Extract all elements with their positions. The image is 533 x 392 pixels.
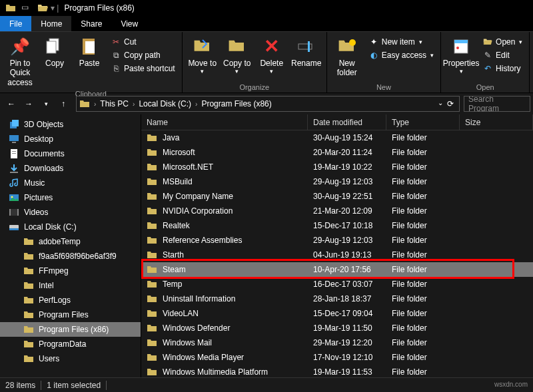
tree-label: Downloads: [24, 164, 63, 173]
svg-rect-16: [12, 153, 16, 154]
col-type[interactable]: Type: [386, 114, 460, 130]
file-row[interactable]: Windows Multimedia Platform19-Mar-19 11:…: [141, 365, 533, 377]
crumb-thispc[interactable]: This PC: [97, 97, 131, 111]
file-row[interactable]: Windows Mail29-Mar-19 12:20File folder: [141, 335, 533, 350]
delete-icon: ✕: [261, 36, 282, 57]
file-row[interactable]: Uninstall Information28-Jan-18 18:37File…: [141, 292, 533, 306]
tree-item[interactable]: Local Disk (C:): [0, 220, 141, 234]
tree-item[interactable]: Desktop: [0, 132, 141, 146]
copypath-button[interactable]: ⧉Copy path: [109, 49, 177, 61]
delete-button[interactable]: ✕Delete▾: [255, 35, 289, 77]
file-row[interactable]: My Company Name30-Aug-19 22:51File folde…: [141, 189, 533, 204]
chevron-right-icon[interactable]: ›: [93, 100, 97, 108]
newitem-button[interactable]: ✦New item▾: [367, 36, 435, 48]
col-date[interactable]: Date modified: [308, 114, 386, 130]
copy-button[interactable]: Copy: [37, 35, 72, 69]
file-row[interactable]: VideoLAN15-Dec-17 09:04File folder: [141, 306, 533, 321]
tree-item[interactable]: adobeTemp: [0, 234, 141, 249]
search-input[interactable]: Search Program: [464, 96, 530, 112]
pasteshort-button[interactable]: ⎘Paste shortcut: [109, 63, 177, 75]
tree-item[interactable]: Downloads: [0, 161, 141, 176]
file-row[interactable]: Microsoft20-Mar-20 11:24File folder: [141, 145, 533, 160]
file-row[interactable]: MSBuild29-Aug-19 12:03File folder: [141, 174, 533, 189]
folder-icon: [23, 353, 35, 364]
nav-up[interactable]: ↑: [57, 98, 69, 110]
nav-back[interactable]: ←: [5, 98, 17, 110]
scissors-icon: ✂: [111, 37, 121, 47]
tree-label: Desktop: [24, 134, 53, 144]
file-type: File folder: [386, 162, 460, 172]
edit-button[interactable]: ✎Edit: [481, 49, 524, 61]
tree-item[interactable]: Pictures: [0, 190, 141, 205]
tree-label: Documents: [24, 149, 65, 158]
tree-item[interactable]: Program Files (x86): [0, 322, 141, 337]
copypath-icon: ⧉: [111, 50, 121, 61]
file-name: Temp: [163, 280, 182, 289]
file-date: 29-Mar-19 12:20: [308, 338, 386, 347]
tree-item[interactable]: Videos: [0, 205, 141, 220]
tree-label: f9aa5f698f96be6af3f9: [39, 252, 117, 261]
file-type: File folder: [386, 148, 460, 157]
chevron-right-icon[interactable]: ›: [131, 100, 136, 108]
file-row[interactable]: Starth04-Jun-19 19:13File folder: [141, 248, 533, 262]
tab-share[interactable]: Share: [71, 16, 111, 31]
moveto-button[interactable]: Move to▾: [185, 35, 220, 77]
paste-button[interactable]: Paste: [72, 35, 107, 69]
file-date: 30-Aug-19 15:24: [308, 133, 386, 142]
tree-item[interactable]: FFmpeg: [0, 264, 141, 278]
file-row[interactable]: Windows Defender19-Mar-19 11:50File fold…: [141, 321, 533, 335]
easyaccess-button[interactable]: ◐Easy access▾: [367, 49, 435, 61]
tab-view[interactable]: View: [111, 16, 147, 31]
tree-item[interactable]: Music: [0, 176, 141, 190]
address-bar[interactable]: › This PC › Local Disk (C:) › Program Fi…: [76, 96, 460, 112]
file-row[interactable]: Java30-Aug-19 15:24File folder: [141, 130, 533, 145]
file-row[interactable]: NVIDIA Corporation21-Mar-20 12:09File fo…: [141, 204, 533, 218]
col-size[interactable]: Size: [460, 114, 533, 130]
file-date: 21-Mar-20 12:09: [308, 206, 386, 216]
svg-rect-15: [12, 151, 16, 152]
properties-button[interactable]: Properties▾: [444, 35, 478, 77]
nav-recent[interactable]: ▾: [40, 98, 52, 110]
file-row[interactable]: Temp16-Dec-17 03:07File folder: [141, 277, 533, 292]
copyto-button[interactable]: Copy to▾: [220, 35, 255, 77]
pin-button[interactable]: 📌Pin to Quick access: [3, 35, 37, 89]
qat-props-icon[interactable]: ▭: [21, 3, 32, 13]
tree-item[interactable]: PerfLogs: [0, 293, 141, 307]
tree-item[interactable]: ProgramData: [0, 337, 141, 351]
tree-item[interactable]: Documents: [0, 146, 141, 161]
crumb-c[interactable]: Local Disk (C:): [136, 97, 194, 111]
crumb-current[interactable]: Program Files (x86): [199, 97, 274, 111]
col-name[interactable]: Name: [141, 114, 308, 130]
pin-icon: 📌: [9, 36, 31, 57]
newfolder-button[interactable]: New folder: [330, 35, 364, 79]
nav-forward[interactable]: →: [23, 98, 35, 110]
file-row[interactable]: Realtek15-Dec-17 10:18File folder: [141, 218, 533, 233]
history-button[interactable]: ↶History: [481, 63, 524, 75]
tree-item[interactable]: Intel: [0, 278, 141, 293]
chevron-right-icon[interactable]: ›: [194, 100, 199, 108]
addr-dropdown[interactable]: ⌄: [438, 99, 443, 108]
file-name: MSBuild: [163, 177, 193, 186]
cut-button[interactable]: ✂Cut: [109, 36, 177, 48]
tab-file[interactable]: File: [0, 16, 31, 31]
tree-item[interactable]: Users: [0, 351, 141, 366]
file-date: 10-Apr-20 17:56: [308, 265, 386, 274]
svg-point-6: [349, 39, 356, 46]
window-title: Program Files (x86): [64, 3, 134, 13]
tree-item[interactable]: 3D Objects: [0, 117, 141, 132]
tree-label: FFmpeg: [39, 266, 69, 276]
open-button[interactable]: Open▾: [481, 36, 524, 48]
tree-item[interactable]: Program Files: [0, 307, 141, 322]
file-row[interactable]: Windows Media Player17-Nov-19 12:10File …: [141, 350, 533, 365]
file-type: File folder: [386, 338, 460, 347]
file-row[interactable]: Steam10-Apr-20 17:56File folder: [141, 262, 533, 277]
folder-icon: [147, 308, 157, 319]
file-row[interactable]: Reference Assemblies29-Aug-19 12:03File …: [141, 233, 533, 248]
file-row[interactable]: Microsoft.NET19-Mar-19 10:22File folder: [141, 160, 533, 174]
easyaccess-icon: ◐: [368, 50, 379, 61]
rename-button[interactable]: Rename: [289, 35, 324, 69]
tab-home[interactable]: Home: [31, 16, 71, 31]
svg-rect-22: [17, 209, 19, 216]
refresh-icon[interactable]: ⟳: [447, 99, 454, 108]
tree-item[interactable]: f9aa5f698f96be6af3f9: [0, 249, 141, 264]
